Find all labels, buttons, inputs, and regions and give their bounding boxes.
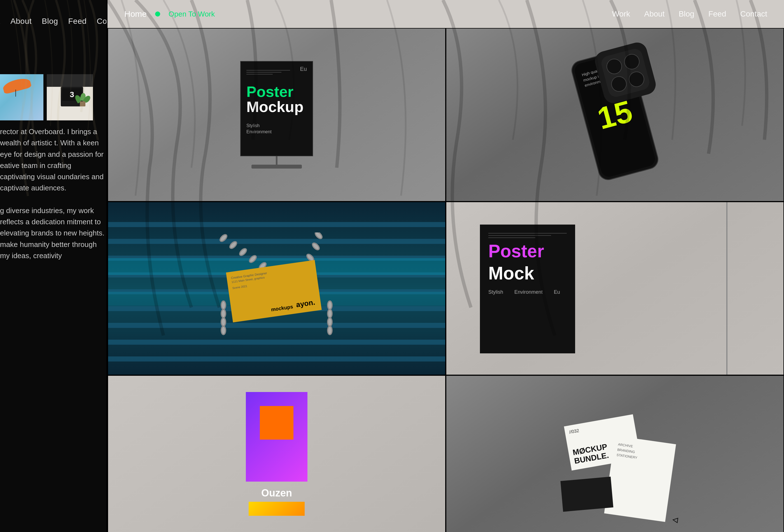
bio-para1: rector at Overboard. I brings a wealth o… [0, 126, 106, 194]
wall-poster-sub: Stylish Environment Eu [488, 289, 567, 295]
iphone-wrapper: 15 High quality iPhone 15 mockup in stun… [569, 47, 661, 182]
desk-scene: 3 [47, 87, 93, 120]
wall-poster-white-text: Mock [488, 264, 567, 282]
top-nav: Home Open To Work Work About Blog Feed C… [108, 0, 784, 28]
svg-point-14 [239, 248, 248, 257]
svg-point-24 [221, 309, 226, 318]
paraglider-lines [16, 90, 16, 96]
nav-about-link[interactable]: About [644, 9, 665, 19]
wall-poster-pink-text: Poster [488, 242, 567, 260]
portfolio-item-poster-mockup[interactable]: Eu Poster Mockup Stylish Environment [108, 28, 446, 202]
top-nav-right: Work About Blog Feed Contact [612, 9, 767, 19]
bundle-card-2: ARCHIVE BRANDING STATIONERY ▽ [604, 436, 676, 522]
gold-box [249, 502, 305, 516]
right-panel: Home Open To Work Work About Blog Feed C… [108, 0, 784, 532]
wall-poster-sub1: Stylish [488, 289, 503, 295]
paraglider-image [0, 74, 44, 120]
poster-line-2 [246, 72, 281, 73]
poster-subtitle: Stylish Environment [246, 123, 307, 135]
bundle-card-num: //032 [569, 419, 630, 435]
svg-point-28 [328, 309, 332, 318]
poster-frame: Eu Poster Mockup Stylish Environment [240, 61, 313, 156]
door-edge [726, 202, 727, 375]
paraglider-wing [2, 77, 32, 95]
svg-point-25 [221, 301, 226, 309]
orange-box [260, 406, 293, 440]
svg-point-12 [219, 233, 228, 243]
wall-line-1 [488, 233, 567, 233]
poster-line-3 [246, 74, 273, 75]
poster-lines [246, 70, 290, 76]
open-to-work-dot [155, 11, 160, 17]
svg-point-29 [328, 301, 332, 309]
wall-line-2 [488, 235, 551, 236]
nav-feed-link[interactable]: Feed [708, 9, 726, 19]
ouzen-label: Ouzen [261, 487, 292, 499]
portfolio-item-ouzen[interactable]: Ouzen [108, 375, 446, 532]
monitor-number: 3 [70, 90, 74, 99]
plant-pot [80, 101, 85, 106]
wall-poster-eu: Eu [554, 289, 560, 295]
business-card-brand: ayon. [296, 298, 316, 309]
left-nav-feed[interactable]: Feed [68, 17, 86, 26]
bundle-rotated-text: ▽ [671, 517, 680, 523]
portfolio-item-poster-wall[interactable]: Poster Mock Stylish Environment Eu [446, 202, 784, 375]
poster-subtitle-line2: Environment [246, 129, 272, 134]
left-images: 3 [0, 74, 93, 120]
bundle-card-3 [561, 477, 614, 511]
poster-subtitle-line1: Stylish [246, 123, 259, 128]
left-nav-work[interactable]: Work [0, 17, 0, 26]
nav-work-link[interactable]: Work [612, 9, 630, 19]
poster-title-green: Poster [246, 84, 307, 99]
desk-image: 3 [47, 74, 93, 120]
portfolio-item-iphone[interactable]: 15 High quality iPhone 15 mockup in stun… [446, 28, 784, 202]
svg-point-13 [229, 241, 238, 250]
svg-point-23 [221, 318, 226, 326]
svg-point-22 [221, 326, 226, 335]
wall-poster: Poster Mock Stylish Environment Eu [480, 225, 575, 353]
portfolio-item-mockup-bundle[interactable]: //032 MØCKUPBUNDLE. ARCHIVE BRANDING STA… [446, 375, 784, 532]
left-nav: Work About Blog Feed Contact [0, 17, 106, 26]
svg-point-18 [311, 242, 320, 251]
portfolio-grid: Eu Poster Mockup Stylish Environment 15 [108, 28, 784, 532]
poster-stand: Eu Poster Mockup Stylish Environment [240, 61, 313, 169]
bio-para2: g diverse industries, my work reflects a… [0, 205, 106, 261]
left-nav-blog[interactable]: Blog [42, 17, 58, 26]
left-nav-contact[interactable]: Contact [96, 17, 106, 26]
svg-point-26 [328, 326, 332, 335]
left-nav-about[interactable]: About [10, 17, 32, 26]
nav-home-link[interactable]: Home [124, 9, 147, 19]
purple-box [246, 392, 307, 482]
wall-poster-lines [488, 233, 567, 238]
nav-contact-link[interactable]: Contact [740, 9, 767, 19]
portfolio-item-business-cards[interactable]: Creative Graphic Designer 1111 Main Stre… [108, 202, 446, 375]
left-panel: Work About Blog Feed Contact 3 [0, 0, 106, 532]
business-card-sub: mockups [271, 304, 293, 313]
svg-point-15 [248, 254, 258, 264]
camera-lens-4 [627, 70, 646, 88]
stand-base [251, 165, 302, 169]
wall-line-3 [488, 237, 535, 238]
stand-neck [276, 156, 278, 165]
poster-line-1 [246, 70, 290, 71]
open-to-work-label: Open To Work [169, 10, 215, 19]
camera-lens-2 [622, 52, 641, 71]
plant-leaves [78, 91, 87, 102]
nav-blog-link[interactable]: Blog [679, 9, 694, 19]
svg-point-17 [314, 232, 324, 240]
chain-card-wrapper: Creative Graphic Designer 1111 Main Stre… [207, 232, 347, 344]
poster-eu: Eu [300, 66, 307, 72]
paraglider [3, 80, 31, 91]
top-nav-left: Home Open To Work [124, 9, 215, 19]
bundle-cards: //032 MØCKUPBUNDLE. ARCHIVE BRANDING STA… [545, 406, 685, 518]
svg-point-27 [328, 318, 332, 326]
poster-title-white: Mockup [246, 99, 307, 114]
colorful-boxes: Ouzen [221, 392, 333, 532]
camera-bump [600, 47, 651, 99]
wall-poster-sub2: Environment [514, 289, 543, 295]
plant [78, 92, 87, 106]
camera-lens-3 [610, 75, 628, 93]
bio-section: rector at Overboard. I brings a wealth o… [0, 126, 106, 261]
camera-lens-1 [605, 57, 623, 76]
